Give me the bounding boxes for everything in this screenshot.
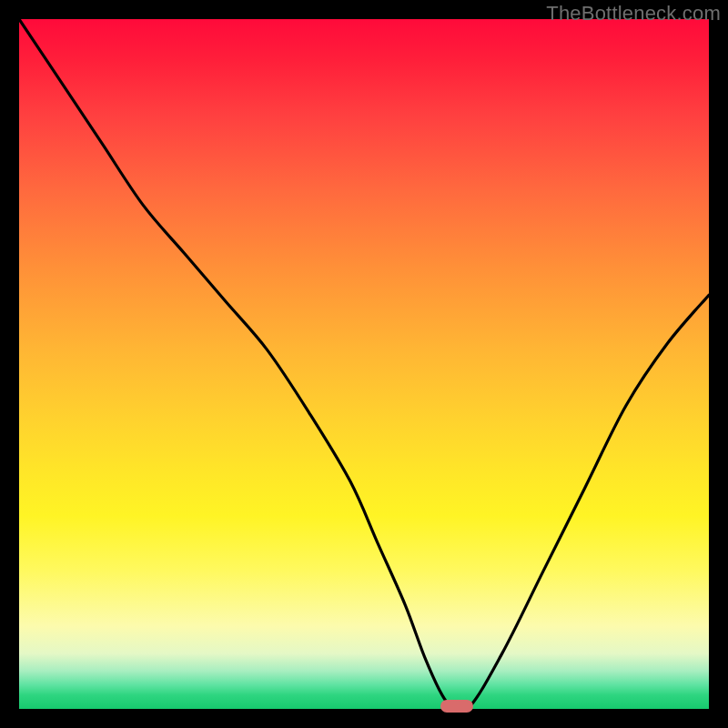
optimal-marker xyxy=(440,700,473,713)
bottleneck-curve xyxy=(19,19,709,709)
chart-frame: TheBottleneck.com xyxy=(0,0,728,728)
attribution-text: TheBottleneck.com xyxy=(546,2,721,25)
plot-area xyxy=(19,19,709,709)
